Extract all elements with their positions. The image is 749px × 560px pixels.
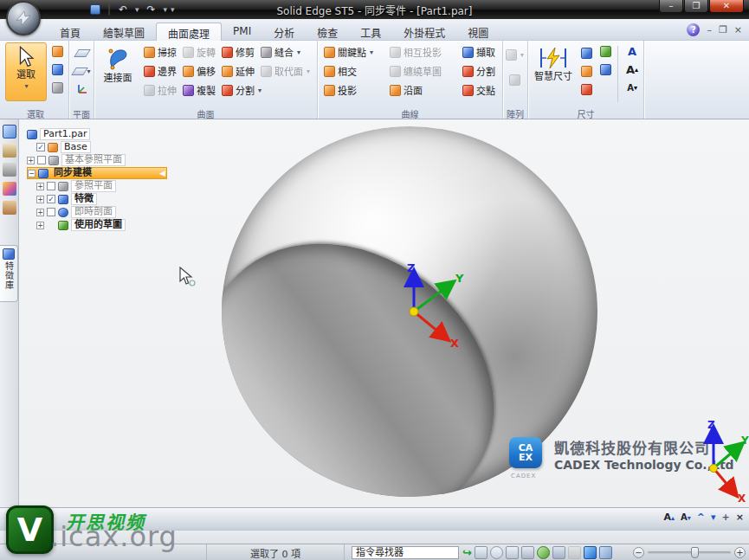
select-options-button[interactable] (48, 42, 66, 60)
ref-planes-checkbox[interactable] (47, 182, 55, 190)
doc-restore-button[interactable]: ❐ (719, 24, 727, 35)
tab-check[interactable]: 檢查 (306, 23, 349, 41)
tree-item-live-sections[interactable]: + 即時剖面 (36, 206, 167, 218)
grow-text-button[interactable]: A▴ (623, 61, 641, 78)
tab-pmi[interactable]: PMI (222, 23, 262, 41)
tree-item-features[interactable]: + ✓ 特徵 (36, 193, 167, 205)
pickup-curve-button[interactable]: 擷取 (461, 44, 500, 60)
pan-icon[interactable] (521, 546, 534, 559)
intersection-curve-button[interactable]: 相交 (322, 63, 388, 79)
zoom-area-icon[interactable] (475, 546, 487, 559)
close-button[interactable]: ✕ (709, 0, 744, 13)
offset-button[interactable]: 偏移 (181, 63, 220, 79)
sweep-button[interactable]: 掃掠 (142, 44, 181, 60)
expand-bar-button[interactable]: ▾ (711, 512, 716, 523)
shrink-prompt-text-button[interactable]: A▾ (681, 512, 691, 523)
expand-icon[interactable]: + (36, 196, 44, 203)
pin-bar-button[interactable]: + (722, 512, 730, 523)
tab-home[interactable]: 首頁 (48, 23, 92, 41)
expand-icon[interactable]: + (36, 209, 44, 216)
coordinate-dimension-button[interactable] (597, 42, 614, 60)
help-icon[interactable]: ? (687, 23, 700, 36)
tree-root[interactable]: Part1.par (27, 128, 167, 140)
library-panel-icon[interactable] (3, 144, 16, 158)
trim-button[interactable]: 修剪 (220, 44, 259, 60)
command-finder-go-icon[interactable]: ↪ (462, 546, 472, 559)
intersection-point-button[interactable]: 交點 (461, 82, 500, 98)
distance-between-button[interactable] (578, 44, 595, 61)
coincident-plane-button[interactable] (74, 44, 91, 61)
tab-surfacing[interactable]: 曲面處理 (156, 23, 222, 41)
wrap-sketch-button[interactable]: 纏繞草圖 (388, 63, 461, 79)
split-curve-button[interactable]: 分割 (461, 63, 500, 79)
doc-close-button[interactable]: × (734, 24, 742, 35)
zoom-slider-track[interactable] (648, 551, 731, 554)
tab-sketching[interactable]: 繪製草圖 (92, 23, 156, 41)
expand-icon[interactable]: + (36, 222, 44, 229)
mirror-button[interactable] (507, 71, 525, 88)
cross-curve-button[interactable]: 相互投影 (388, 44, 461, 60)
zoom-slider-thumb[interactable] (691, 547, 699, 558)
doc-minimize-button[interactable]: – (707, 24, 712, 35)
shrink-text-button[interactable]: A▾ (623, 79, 641, 96)
keypoint-curve-button[interactable]: 關鍵點▾ (322, 44, 388, 60)
expand-icon[interactable]: + (36, 183, 44, 190)
tab-view[interactable]: 視圖 (456, 23, 500, 41)
more-planes-button[interactable]: ▾ (74, 62, 91, 80)
replace-face-button[interactable]: 取代面▾ (259, 63, 314, 79)
model-viewport[interactable]: Z Y X Part1.par ✓ Base + 基本參照平面 (19, 119, 749, 507)
curve-on-face-button[interactable]: 沿面 (388, 82, 461, 98)
restore-button[interactable]: ❐ (684, 0, 708, 13)
surfaces-panel-icon[interactable] (3, 125, 16, 138)
smart-dimension-button[interactable]: 智慧尺寸 (531, 42, 576, 101)
tab-addins[interactable]: 外掛程式 (392, 23, 456, 41)
fit-icon[interactable] (506, 546, 519, 559)
zoom-slider[interactable]: − + (633, 547, 746, 558)
project-curve-button[interactable]: 投影 (322, 82, 388, 98)
features-checkbox[interactable]: ✓ (47, 195, 55, 203)
select-filter-button[interactable] (48, 61, 66, 78)
revolve-button[interactable]: 旋轉 (181, 44, 220, 60)
tree-item-synchronous[interactable]: − 同步建模 ◀ (27, 167, 167, 179)
coordinate-system-button[interactable] (74, 80, 91, 98)
options-panel-icon[interactable] (3, 201, 16, 215)
bluesurf-button[interactable]: 連接面 (97, 42, 139, 101)
collapse-icon[interactable]: − (28, 170, 36, 177)
collapse-bar-button[interactable]: ^ (697, 512, 705, 523)
tree-item-base[interactable]: ✓ Base (36, 141, 167, 153)
feature-library-tab[interactable]: 特徵庫 (0, 245, 18, 302)
tab-tools[interactable]: 工具 (349, 23, 392, 41)
tree-item-ref-planes[interactable]: + 參照平面 (36, 180, 167, 192)
common-views-icon[interactable] (552, 546, 565, 559)
command-finder-input[interactable]: 指令尋找器 (352, 546, 459, 559)
zoom-out-icon[interactable]: − (633, 547, 644, 558)
select-tool-button[interactable]: 選取 ▾ (5, 42, 47, 101)
split-surface-button[interactable]: 分割▾ (220, 82, 266, 98)
base-ref-planes-checkbox[interactable] (37, 156, 46, 164)
dimension-style-button[interactable]: A (623, 42, 641, 60)
bounded-button[interactable]: 邊界 (142, 63, 181, 79)
tree-item-base-ref-planes[interactable]: + 基本參照平面 (27, 154, 167, 166)
sketch-view-icon[interactable] (568, 546, 581, 559)
base-checkbox[interactable]: ✓ (36, 143, 45, 151)
rotate-view-icon[interactable] (537, 546, 550, 559)
image-panel-icon[interactable] (3, 182, 16, 196)
angle-between-button[interactable] (578, 62, 595, 80)
expand-icon[interactable]: + (27, 157, 35, 164)
extrude-button[interactable]: 拉伸 (142, 82, 181, 98)
application-menu-button[interactable] (6, 1, 41, 35)
tree-item-used-sketches[interactable]: + 使用的草圖 (36, 219, 167, 231)
grow-prompt-text-button[interactable]: A▴ (664, 512, 675, 523)
zoom-icon[interactable] (490, 546, 503, 559)
zoom-in-icon[interactable]: + (734, 547, 746, 558)
view-overrides-icon[interactable] (599, 546, 612, 559)
clear-selection-button[interactable] (48, 79, 66, 96)
close-bar-button[interactable]: × (736, 512, 744, 523)
live-sections-checkbox[interactable] (47, 208, 55, 216)
extend-button[interactable]: 延伸 (220, 63, 259, 79)
chamfer-dimension-button[interactable] (597, 61, 614, 78)
camera-panel-icon[interactable] (3, 163, 16, 177)
tab-inspect[interactable]: 分析 (262, 23, 306, 41)
shaded-view-icon[interactable] (584, 546, 597, 559)
stitch-button[interactable]: 縫合▾ (259, 44, 305, 60)
